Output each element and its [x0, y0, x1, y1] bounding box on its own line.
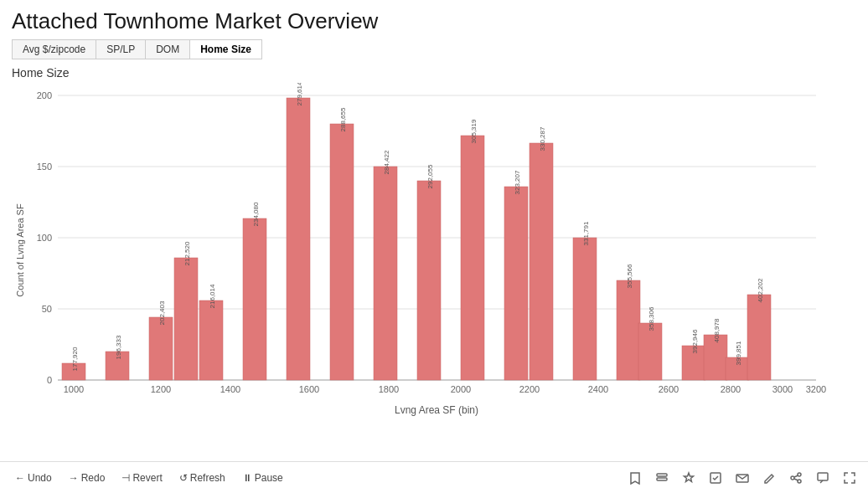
revert-icon: ⊣ [121, 472, 130, 484]
svg-text:2800: 2800 [721, 384, 741, 394]
undo-label: Undo [28, 472, 52, 484]
svg-text:212,520: 212,520 [183, 241, 191, 265]
toolbar: ← Undo → Redo ⊣ Revert ↺ Refresh ⏸ Pause [0, 461, 868, 493]
alert-icon-btn[interactable] [679, 468, 699, 488]
refresh-icon: ↺ [179, 472, 188, 484]
edit-icon-btn[interactable] [759, 468, 779, 488]
svg-text:1600: 1600 [299, 384, 319, 394]
svg-text:Lvng Area SF (bin): Lvng Area SF (bin) [395, 404, 478, 416]
svg-text:200: 200 [37, 90, 52, 100]
svg-text:355,566: 355,566 [626, 264, 633, 288]
tab-home-size[interactable]: Home Size [190, 40, 261, 59]
svg-text:1000: 1000 [64, 384, 84, 394]
page-title: Attached Townhome Market Overview [0, 0, 868, 39]
undo-button[interactable]: ← Undo [8, 470, 59, 486]
svg-rect-36 [530, 143, 553, 380]
svg-rect-72 [657, 478, 667, 480]
svg-rect-50 [747, 295, 771, 380]
chart-area: Home Size 200 150 100 50 0 Count of Lvng… [12, 66, 856, 451]
svg-text:2600: 2600 [659, 384, 679, 394]
svg-text:288,655: 288,655 [339, 107, 347, 131]
svg-rect-26 [330, 124, 354, 380]
tab-dom[interactable]: DOM [146, 40, 190, 59]
revert-button[interactable]: ⊣ Revert [115, 470, 168, 486]
svg-text:331,791: 331,791 [582, 221, 590, 245]
svg-text:408,978: 408,978 [713, 318, 721, 342]
undo-icon: ← [15, 472, 25, 484]
svg-text:292,055: 292,055 [426, 164, 434, 188]
toolbar-right [625, 468, 860, 488]
svg-text:2000: 2000 [451, 384, 471, 394]
svg-text:0: 0 [47, 375, 52, 385]
svg-rect-32 [461, 136, 484, 380]
svg-text:1800: 1800 [379, 384, 399, 394]
svg-text:177,920: 177,920 [71, 347, 79, 371]
svg-text:392,946: 392,946 [691, 329, 699, 353]
svg-rect-28 [374, 167, 397, 380]
svg-text:323,207: 323,207 [514, 170, 521, 194]
share-icon-btn[interactable] [786, 468, 806, 488]
refresh-button[interactable]: ↺ Refresh [173, 470, 232, 486]
svg-rect-78 [818, 473, 828, 480]
svg-text:3200: 3200 [806, 384, 826, 394]
svg-rect-71 [657, 474, 667, 476]
svg-text:358,306: 358,306 [648, 306, 655, 331]
svg-text:100: 100 [37, 233, 52, 243]
tab-avg-zipcode[interactable]: Avg $/zipcode [13, 40, 96, 59]
svg-text:50: 50 [42, 304, 52, 314]
svg-text:196,333: 196,333 [115, 335, 122, 359]
svg-text:399,851: 399,851 [735, 341, 742, 365]
redo-icon: → [69, 472, 79, 484]
svg-rect-18 [174, 258, 198, 380]
chart-svg: 200 150 100 50 0 Count of Lvng Area SF 1… [12, 83, 833, 451]
svg-rect-22 [243, 218, 266, 380]
data-source-icon-btn[interactable] [652, 468, 672, 488]
redo-button[interactable]: → Redo [62, 470, 112, 486]
svg-text:216,014: 216,014 [209, 284, 216, 308]
svg-text:2400: 2400 [588, 384, 608, 394]
svg-text:Count of Lvng Area SF: Count of Lvng Area SF [15, 203, 25, 297]
svg-text:284,422: 284,422 [383, 150, 390, 174]
fullscreen-icon-btn[interactable] [840, 468, 860, 488]
tab-bar: Avg $/zipcode SP/LP DOM Home Size [12, 39, 262, 59]
svg-rect-30 [417, 181, 441, 380]
svg-point-76 [791, 476, 794, 480]
svg-text:2200: 2200 [519, 384, 540, 394]
tab-splp[interactable]: SP/LP [96, 40, 146, 59]
svg-text:330,287: 330,287 [539, 126, 546, 151]
chart-wrapper: 200 150 100 50 0 Count of Lvng Area SF 1… [12, 83, 833, 451]
svg-rect-24 [287, 98, 310, 380]
refresh-label: Refresh [190, 472, 225, 484]
svg-text:3000: 3000 [772, 384, 793, 394]
pause-icon: ⏸ [242, 472, 252, 484]
svg-rect-20 [199, 300, 223, 380]
chart-section-title: Home Size [12, 66, 856, 80]
svg-text:1400: 1400 [220, 384, 240, 394]
checkbox-icon-btn[interactable] [705, 468, 726, 488]
pause-button[interactable]: ⏸ Pause [235, 470, 290, 486]
bookmark-icon-btn[interactable] [625, 468, 645, 488]
svg-text:234,080: 234,080 [252, 202, 260, 226]
svg-rect-16 [149, 317, 173, 380]
svg-rect-34 [504, 187, 528, 380]
pause-label: Pause [255, 472, 283, 484]
email-icon-btn[interactable] [732, 468, 752, 488]
redo-label: Redo [81, 472, 106, 484]
svg-rect-40 [617, 280, 640, 380]
toolbar-left: ← Undo → Redo ⊣ Revert ↺ Refresh ⏸ Pause [8, 470, 623, 486]
revert-label: Revert [132, 472, 162, 484]
svg-text:402,202: 402,202 [757, 278, 764, 302]
svg-text:305,319: 305,319 [470, 119, 478, 143]
comment-icon-btn[interactable] [813, 468, 833, 488]
svg-rect-38 [573, 238, 597, 380]
svg-text:202,403: 202,403 [158, 300, 166, 325]
svg-text:1200: 1200 [151, 384, 171, 394]
svg-text:279,614: 279,614 [296, 83, 303, 105]
svg-text:150: 150 [37, 162, 52, 172]
